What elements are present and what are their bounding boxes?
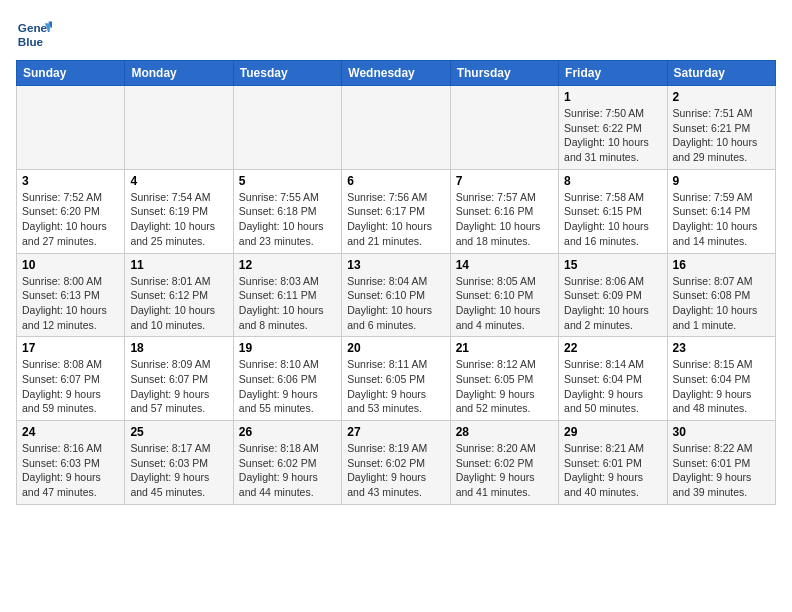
weekday-header-row: SundayMondayTuesdayWednesdayThursdayFrid… xyxy=(17,61,776,86)
day-number: 9 xyxy=(673,174,770,188)
day-number: 21 xyxy=(456,341,553,355)
day-cell: 1Sunrise: 7:50 AM Sunset: 6:22 PM Daylig… xyxy=(559,86,667,170)
day-cell: 11Sunrise: 8:01 AM Sunset: 6:12 PM Dayli… xyxy=(125,253,233,337)
day-info: Sunrise: 8:00 AM Sunset: 6:13 PM Dayligh… xyxy=(22,274,119,333)
day-info: Sunrise: 8:14 AM Sunset: 6:04 PM Dayligh… xyxy=(564,357,661,416)
day-info: Sunrise: 8:11 AM Sunset: 6:05 PM Dayligh… xyxy=(347,357,444,416)
day-cell: 21Sunrise: 8:12 AM Sunset: 6:05 PM Dayli… xyxy=(450,337,558,421)
day-info: Sunrise: 8:17 AM Sunset: 6:03 PM Dayligh… xyxy=(130,441,227,500)
day-number: 4 xyxy=(130,174,227,188)
day-cell: 6Sunrise: 7:56 AM Sunset: 6:17 PM Daylig… xyxy=(342,169,450,253)
day-cell: 9Sunrise: 7:59 AM Sunset: 6:14 PM Daylig… xyxy=(667,169,775,253)
day-number: 5 xyxy=(239,174,336,188)
day-number: 7 xyxy=(456,174,553,188)
day-number: 3 xyxy=(22,174,119,188)
day-cell: 28Sunrise: 8:20 AM Sunset: 6:02 PM Dayli… xyxy=(450,421,558,505)
day-cell: 25Sunrise: 8:17 AM Sunset: 6:03 PM Dayli… xyxy=(125,421,233,505)
day-info: Sunrise: 8:04 AM Sunset: 6:10 PM Dayligh… xyxy=(347,274,444,333)
day-cell: 15Sunrise: 8:06 AM Sunset: 6:09 PM Dayli… xyxy=(559,253,667,337)
day-cell xyxy=(125,86,233,170)
day-info: Sunrise: 8:18 AM Sunset: 6:02 PM Dayligh… xyxy=(239,441,336,500)
day-number: 27 xyxy=(347,425,444,439)
day-cell: 5Sunrise: 7:55 AM Sunset: 6:18 PM Daylig… xyxy=(233,169,341,253)
logo: General Blue xyxy=(16,16,52,52)
weekday-header-sunday: Sunday xyxy=(17,61,125,86)
day-cell: 7Sunrise: 7:57 AM Sunset: 6:16 PM Daylig… xyxy=(450,169,558,253)
day-info: Sunrise: 8:12 AM Sunset: 6:05 PM Dayligh… xyxy=(456,357,553,416)
day-number: 15 xyxy=(564,258,661,272)
weekday-header-saturday: Saturday xyxy=(667,61,775,86)
day-cell: 2Sunrise: 7:51 AM Sunset: 6:21 PM Daylig… xyxy=(667,86,775,170)
week-row-5: 24Sunrise: 8:16 AM Sunset: 6:03 PM Dayli… xyxy=(17,421,776,505)
week-row-4: 17Sunrise: 8:08 AM Sunset: 6:07 PM Dayli… xyxy=(17,337,776,421)
day-number: 30 xyxy=(673,425,770,439)
day-info: Sunrise: 7:55 AM Sunset: 6:18 PM Dayligh… xyxy=(239,190,336,249)
day-info: Sunrise: 7:57 AM Sunset: 6:16 PM Dayligh… xyxy=(456,190,553,249)
day-info: Sunrise: 8:19 AM Sunset: 6:02 PM Dayligh… xyxy=(347,441,444,500)
day-number: 10 xyxy=(22,258,119,272)
day-cell: 27Sunrise: 8:19 AM Sunset: 6:02 PM Dayli… xyxy=(342,421,450,505)
day-cell: 10Sunrise: 8:00 AM Sunset: 6:13 PM Dayli… xyxy=(17,253,125,337)
day-cell: 30Sunrise: 8:22 AM Sunset: 6:01 PM Dayli… xyxy=(667,421,775,505)
day-number: 17 xyxy=(22,341,119,355)
day-number: 18 xyxy=(130,341,227,355)
day-info: Sunrise: 7:56 AM Sunset: 6:17 PM Dayligh… xyxy=(347,190,444,249)
day-cell xyxy=(233,86,341,170)
day-number: 16 xyxy=(673,258,770,272)
day-number: 29 xyxy=(564,425,661,439)
day-cell xyxy=(17,86,125,170)
day-info: Sunrise: 8:20 AM Sunset: 6:02 PM Dayligh… xyxy=(456,441,553,500)
day-cell: 29Sunrise: 8:21 AM Sunset: 6:01 PM Dayli… xyxy=(559,421,667,505)
day-info: Sunrise: 8:08 AM Sunset: 6:07 PM Dayligh… xyxy=(22,357,119,416)
day-cell: 20Sunrise: 8:11 AM Sunset: 6:05 PM Dayli… xyxy=(342,337,450,421)
day-cell: 24Sunrise: 8:16 AM Sunset: 6:03 PM Dayli… xyxy=(17,421,125,505)
day-info: Sunrise: 8:09 AM Sunset: 6:07 PM Dayligh… xyxy=(130,357,227,416)
day-cell: 4Sunrise: 7:54 AM Sunset: 6:19 PM Daylig… xyxy=(125,169,233,253)
weekday-header-thursday: Thursday xyxy=(450,61,558,86)
day-info: Sunrise: 7:51 AM Sunset: 6:21 PM Dayligh… xyxy=(673,106,770,165)
svg-text:Blue: Blue xyxy=(18,35,44,48)
day-cell: 14Sunrise: 8:05 AM Sunset: 6:10 PM Dayli… xyxy=(450,253,558,337)
day-cell: 19Sunrise: 8:10 AM Sunset: 6:06 PM Dayli… xyxy=(233,337,341,421)
day-info: Sunrise: 8:22 AM Sunset: 6:01 PM Dayligh… xyxy=(673,441,770,500)
day-info: Sunrise: 7:59 AM Sunset: 6:14 PM Dayligh… xyxy=(673,190,770,249)
day-info: Sunrise: 7:58 AM Sunset: 6:15 PM Dayligh… xyxy=(564,190,661,249)
day-cell: 17Sunrise: 8:08 AM Sunset: 6:07 PM Dayli… xyxy=(17,337,125,421)
weekday-header-wednesday: Wednesday xyxy=(342,61,450,86)
day-number: 8 xyxy=(564,174,661,188)
day-number: 22 xyxy=(564,341,661,355)
day-number: 14 xyxy=(456,258,553,272)
day-cell: 8Sunrise: 7:58 AM Sunset: 6:15 PM Daylig… xyxy=(559,169,667,253)
day-info: Sunrise: 7:54 AM Sunset: 6:19 PM Dayligh… xyxy=(130,190,227,249)
day-info: Sunrise: 8:03 AM Sunset: 6:11 PM Dayligh… xyxy=(239,274,336,333)
day-info: Sunrise: 8:06 AM Sunset: 6:09 PM Dayligh… xyxy=(564,274,661,333)
day-cell: 3Sunrise: 7:52 AM Sunset: 6:20 PM Daylig… xyxy=(17,169,125,253)
day-info: Sunrise: 8:16 AM Sunset: 6:03 PM Dayligh… xyxy=(22,441,119,500)
weekday-header-tuesday: Tuesday xyxy=(233,61,341,86)
day-number: 25 xyxy=(130,425,227,439)
day-info: Sunrise: 8:05 AM Sunset: 6:10 PM Dayligh… xyxy=(456,274,553,333)
day-number: 2 xyxy=(673,90,770,104)
day-number: 23 xyxy=(673,341,770,355)
day-number: 20 xyxy=(347,341,444,355)
day-number: 6 xyxy=(347,174,444,188)
day-number: 11 xyxy=(130,258,227,272)
day-number: 1 xyxy=(564,90,661,104)
calendar-table: SundayMondayTuesdayWednesdayThursdayFrid… xyxy=(16,60,776,505)
day-number: 19 xyxy=(239,341,336,355)
day-cell: 23Sunrise: 8:15 AM Sunset: 6:04 PM Dayli… xyxy=(667,337,775,421)
weekday-header-friday: Friday xyxy=(559,61,667,86)
page-header: General Blue xyxy=(16,16,776,52)
day-cell: 16Sunrise: 8:07 AM Sunset: 6:08 PM Dayli… xyxy=(667,253,775,337)
logo-icon: General Blue xyxy=(16,16,52,52)
day-number: 26 xyxy=(239,425,336,439)
day-info: Sunrise: 7:50 AM Sunset: 6:22 PM Dayligh… xyxy=(564,106,661,165)
day-cell: 26Sunrise: 8:18 AM Sunset: 6:02 PM Dayli… xyxy=(233,421,341,505)
day-number: 28 xyxy=(456,425,553,439)
day-cell xyxy=(342,86,450,170)
day-info: Sunrise: 8:01 AM Sunset: 6:12 PM Dayligh… xyxy=(130,274,227,333)
week-row-1: 1Sunrise: 7:50 AM Sunset: 6:22 PM Daylig… xyxy=(17,86,776,170)
week-row-2: 3Sunrise: 7:52 AM Sunset: 6:20 PM Daylig… xyxy=(17,169,776,253)
weekday-header-monday: Monday xyxy=(125,61,233,86)
day-info: Sunrise: 7:52 AM Sunset: 6:20 PM Dayligh… xyxy=(22,190,119,249)
